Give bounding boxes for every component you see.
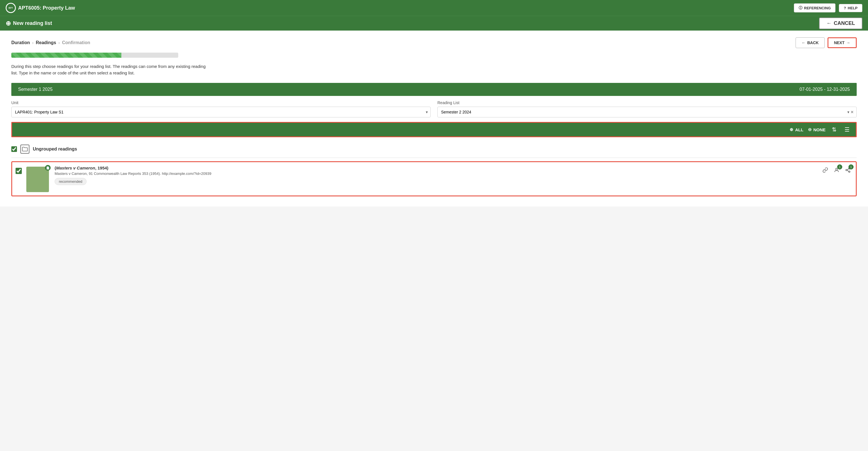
cancel-button[interactable]: ← CANCEL: [819, 18, 862, 29]
separator-2: ›: [58, 40, 60, 45]
reading-list-label: Reading List: [437, 100, 857, 105]
sort-icon: ☰: [844, 126, 849, 133]
doc-icon: 📄: [45, 165, 51, 171]
reading-list-group: Reading List Semester 2 2024 ▾ ✕: [437, 100, 857, 117]
steps-indicator: Duration › Readings › Confirmation: [11, 40, 90, 45]
user-badge: 1: [837, 164, 842, 170]
reading-thumbnail: [26, 167, 49, 192]
svg-line-6: [847, 170, 849, 171]
plus-circle-icon: ⊕: [6, 20, 11, 27]
referencing-icon: ⓘ: [799, 5, 802, 10]
unit-group: Unit LAPR401: Property Law S1 ▾: [11, 100, 431, 117]
progress-bar: [11, 53, 121, 58]
step-area: Duration › Readings › Confirmation ← BAC…: [11, 37, 857, 48]
semester-title: Semester 1 2025: [18, 87, 53, 92]
recommended-tag: recommended: [55, 176, 816, 185]
readings-toolbar: ⊕ ALL ⊖ NONE ⇅ ☰: [11, 122, 857, 137]
top-navigation: er+ APT6005: Property Law ⓘ REFERENCING …: [0, 0, 868, 16]
nav-left: er+ APT6005: Property Law: [6, 3, 75, 13]
reading-item: 📄 (Masters v Cameron, 1954) Masters v Ca…: [11, 161, 857, 197]
plus-circle-icon: ⊕: [789, 127, 793, 132]
svg-point-5: [849, 171, 850, 172]
help-button[interactable]: ? HELP: [839, 4, 862, 12]
step-duration: Duration: [11, 40, 30, 45]
nav-right: ⓘ REFERENCING ? HELP: [794, 3, 862, 12]
new-reading-list-button[interactable]: ⊕ New reading list: [6, 20, 52, 27]
main-content: Duration › Readings › Confirmation ← BAC…: [0, 31, 868, 207]
reading-title: (Masters v Cameron, 1954): [55, 166, 816, 170]
help-icon: ?: [844, 6, 846, 10]
select-all-button[interactable]: ⊕ ALL: [789, 127, 803, 132]
filter-icon: ⇅: [832, 126, 837, 133]
unit-select[interactable]: LAPR401: Property Law S1: [11, 107, 431, 117]
semester-bar: Semester 1 2025 07-01-2025 - 12-31-2025: [11, 83, 857, 96]
reading-checkbox[interactable]: [16, 168, 22, 174]
reading-actions: 1 1: [821, 166, 852, 175]
filter-button[interactable]: ⇅: [830, 126, 838, 133]
progress-bar-container: [11, 53, 178, 58]
link-button[interactable]: [821, 166, 830, 175]
form-row: Unit LAPR401: Property Law S1 ▾ Reading …: [11, 100, 857, 117]
back-button[interactable]: ← BACK: [796, 37, 825, 48]
select-none-button[interactable]: ⊖ NONE: [808, 127, 826, 132]
svg-text:er+: er+: [8, 6, 13, 9]
group-name: Ungrouped readings: [33, 147, 77, 152]
separator-1: ›: [32, 40, 34, 45]
reading-info: (Masters v Cameron, 1954) Masters v Came…: [52, 166, 816, 185]
svg-point-2: [836, 168, 838, 170]
share-badge: 1: [848, 164, 854, 170]
unit-label: Unit: [11, 100, 431, 105]
reading-list-select[interactable]: Semester 2 2024: [437, 107, 857, 117]
app-title: APT6005: Property Law: [18, 5, 75, 11]
sort-button[interactable]: ☰: [843, 126, 851, 133]
logo-icon: er+: [6, 3, 16, 13]
share-button[interactable]: 1: [843, 166, 852, 175]
title-suffix: , 1954): [95, 166, 108, 170]
semester-date-range: 07-01-2025 - 12-31-2025: [800, 87, 850, 92]
sub-navigation: ⊕ New reading list ← CANCEL: [0, 16, 868, 31]
group-checkbox[interactable]: [11, 146, 17, 152]
referencing-button[interactable]: ⓘ REFERENCING: [794, 3, 836, 12]
nav-buttons: ← BACK NEXT →: [796, 37, 857, 48]
right-arrow-icon: →: [846, 40, 850, 45]
minus-circle-icon: ⊖: [808, 127, 812, 132]
folder-icon: [20, 145, 29, 154]
reading-list-select-wrapper: Semester 2 2024 ▾ ✕: [437, 107, 857, 117]
unit-select-wrapper: LAPR401: Property Law S1 ▾: [11, 107, 431, 117]
title-italic: Masters v Cameron: [56, 166, 95, 170]
back-arrow-icon: ←: [827, 20, 832, 26]
logo-area: er+ APT6005: Property Law: [6, 3, 75, 13]
step-description: During this step choose readings for you…: [11, 63, 209, 76]
step-readings: Readings: [36, 40, 56, 45]
svg-point-4: [846, 170, 847, 171]
left-arrow-icon: ←: [802, 40, 805, 45]
group-header: Ungrouped readings: [11, 142, 857, 156]
step-confirmation: Confirmation: [62, 40, 90, 45]
reading-citation: Masters v Cameron, 91 Commonwealth Law R…: [55, 172, 816, 176]
user-button[interactable]: 1: [832, 166, 841, 175]
svg-line-7: [847, 169, 849, 170]
next-button[interactable]: NEXT →: [828, 37, 857, 48]
